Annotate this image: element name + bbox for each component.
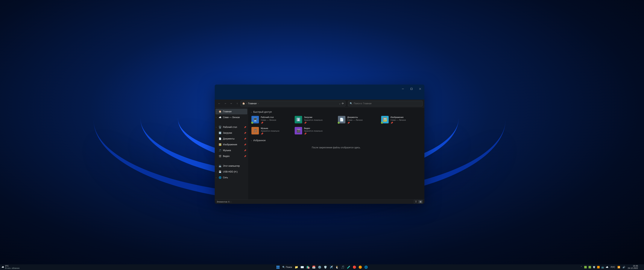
sidebar-item-download[interactable]: ⬇️Загрузки📌 (216, 130, 247, 136)
taskbar-start-icon[interactable] (276, 264, 281, 270)
search-box[interactable]: 🔍 (348, 101, 422, 106)
quick-access-item[interactable]: 🎵МузыкаХранится локально📌 (251, 126, 292, 136)
taskbar-mail-icon[interactable]: ✉️ (300, 264, 305, 270)
tray-nvidia-icon[interactable]: 🟩 (584, 266, 588, 268)
chevron-right-icon: › (216, 177, 216, 179)
tray-shield-icon[interactable]: 🛡️ (592, 266, 596, 268)
sync-badge-icon: 🟢 (338, 122, 340, 124)
network-icon: 🌐 (218, 176, 222, 179)
search-input[interactable] (354, 102, 421, 105)
sidebar-item-document[interactable]: 📄Документы📌 (216, 136, 247, 142)
pin-icon: 📌 (304, 132, 322, 135)
group-favorites-header[interactable]: ⌄ Избранное (251, 139, 422, 142)
taskbar-opera-icon[interactable]: 🟠 (358, 264, 363, 270)
address-bar[interactable]: 🏠 › Главная › ⌄ ⟳ (240, 101, 346, 106)
favorites-empty-text: После закрепления файлы отобразятся здес… (251, 144, 422, 152)
chevron-right-icon: › (216, 165, 216, 167)
pin-icon: 📌 (244, 144, 246, 146)
tray-overflow-button[interactable]: ˄ (580, 266, 582, 268)
weather-desc: В осн. облачно (5, 267, 20, 269)
download-icon: ⬇️ (218, 131, 222, 134)
address-dropdown-icon[interactable]: ⌄ (339, 102, 341, 105)
item-name: Загрузки (304, 116, 322, 119)
tray-antivirus-o-icon[interactable]: 🟧 (596, 266, 600, 268)
chevron-down-icon: ⌄ (251, 139, 252, 141)
taskbar-calendar-icon[interactable]: 📅 (311, 264, 316, 270)
sidebar-item-video[interactable]: 🎬Видео📌 (216, 153, 247, 159)
sidebar-item-label: Сеть (223, 176, 228, 179)
pc-icon: 💻 (218, 165, 222, 168)
nav-back-button[interactable]: ← (216, 101, 222, 106)
taskbar-search[interactable]: 🔍Поиск (281, 265, 293, 269)
tray-cast-icon[interactable]: 📺 (601, 266, 605, 268)
quick-access-item[interactable]: 📄🟢ДокументыСеми — Личное📌 (337, 115, 378, 125)
item-name: Изображения (390, 116, 406, 119)
taskbar-settings-icon[interactable]: ⚙️ (317, 264, 322, 270)
quick-access-item[interactable]: ⬇️ЗагрузкиХранится локально📌 (294, 115, 335, 125)
sidebar-item-onedrive[interactable]: ›☁️Семи — Личное (216, 114, 247, 120)
quick-access-item[interactable]: 🖥️🟢Рабочий столСеми — Личное📌 (251, 115, 292, 125)
item-name: Музыка (261, 127, 279, 130)
pin-icon: 📌 (261, 132, 279, 135)
sidebar-item-label: Рабочий стол (223, 126, 237, 128)
tray-network-icon[interactable]: 📶 (617, 266, 621, 268)
close-button[interactable] (416, 86, 424, 92)
taskbar-tux-icon[interactable]: 🐧 (334, 264, 340, 270)
svg-rect-6 (276, 267, 278, 269)
sidebar-item-label: Этот компьютер (223, 165, 240, 167)
item-name: Видео (304, 127, 322, 130)
sidebar-item-home[interactable]: ›🏠Главная (216, 109, 247, 114)
pin-icon: 📌 (304, 121, 322, 124)
status-bar: Элементов: 6 | ☰ ▦ (215, 199, 424, 204)
pin-icon: 📌 (244, 150, 246, 152)
quick-access-item[interactable]: 🎬ВидеоХранится локально📌 (294, 126, 335, 136)
refresh-button[interactable]: ⟳ (342, 102, 344, 105)
weather-icon: ☁️ (2, 266, 4, 268)
view-tiles-button[interactable]: ▦ (418, 200, 422, 203)
chevron-down-icon: ⌄ (251, 111, 252, 113)
item-name: Рабочий стол (261, 116, 276, 119)
picture-icon: 🖼️🟢 (381, 116, 389, 123)
status-count-value: 6 (228, 201, 230, 203)
sync-badge-icon: 🟢 (381, 122, 383, 124)
chevron-right-icon: › (216, 116, 216, 118)
tray-language[interactable]: РУС (610, 266, 616, 268)
sidebar-item-desktop[interactable]: ›🖥️Рабочий стол📌 (216, 124, 247, 130)
taskbar-security-icon[interactable]: 🛡️ (323, 264, 328, 270)
tray-antivirus-k-icon[interactable]: 🟩 (588, 266, 592, 268)
nav-forward-button[interactable]: → (222, 101, 228, 106)
minimize-button[interactable] (398, 86, 407, 92)
weather-widget[interactable]: ☁️ 0°C В осн. облачно (2, 265, 20, 269)
sidebar-item-picture[interactable]: 🖼️Изображения📌 (216, 142, 247, 147)
taskbar-clock[interactable]: 19:35 24.12.2022 (627, 265, 639, 269)
notifications-button[interactable] (640, 266, 642, 268)
taskbar: ☁️ 0°C В осн. облачно 🔍Поиск📁✉️🛍️📅⚙️🛡️✈️… (0, 264, 644, 270)
quick-access-item[interactable]: 🖼️🟢ИзображенияСеми — Личное📌 (380, 115, 422, 125)
pin-icon: 📌 (244, 138, 246, 140)
taskbar-explorer-icon[interactable]: 📁 (294, 264, 299, 270)
taskbar-opera-gx-icon[interactable]: 🔴 (352, 264, 357, 270)
sidebar-item-usb[interactable]: ›💾USB-HDD (H:) (216, 169, 247, 175)
taskbar-telegram-icon[interactable]: ✈️ (328, 264, 334, 270)
sidebar-item-label: USB-HDD (H:) (223, 170, 238, 173)
nav-recent-button[interactable] (228, 101, 234, 106)
taskbar-edge-icon[interactable]: 🌐 (363, 264, 368, 270)
taskbar-center: 🔍Поиск📁✉️🛍️📅⚙️🛡️✈️🐧🎵🧪🔴🟠🌐 (276, 264, 368, 270)
sidebar: ›🏠Главная›☁️Семи — Личное›🖥️Рабочий стол… (215, 107, 248, 199)
taskbar-store-icon[interactable]: 🛍️ (305, 264, 310, 270)
tray-onedrive-icon[interactable]: ☁️ (605, 266, 609, 268)
taskbar-beaker-icon[interactable]: 🧪 (346, 264, 351, 270)
pin-icon: 📌 (347, 121, 362, 124)
video-icon: 🎬 (295, 127, 302, 134)
maximize-button[interactable] (407, 86, 416, 92)
download-icon: ⬇️ (295, 116, 302, 123)
taskbar-tiktok-icon[interactable]: 🎵 (340, 264, 346, 270)
tray-volume-icon[interactable]: 🔊 (622, 266, 626, 268)
chevron-right-icon: › (216, 171, 216, 173)
sidebar-item-network[interactable]: ›🌐Сеть (216, 175, 247, 180)
view-details-button[interactable]: ☰ (414, 200, 418, 203)
nav-up-button[interactable]: ↑ (234, 101, 240, 106)
group-quick-access-header[interactable]: ⌄ Быстрый доступ (251, 110, 422, 113)
sidebar-item-pc[interactable]: ›💻Этот компьютер (216, 163, 247, 169)
sidebar-item-music[interactable]: 🎵Музыка📌 (216, 148, 247, 153)
